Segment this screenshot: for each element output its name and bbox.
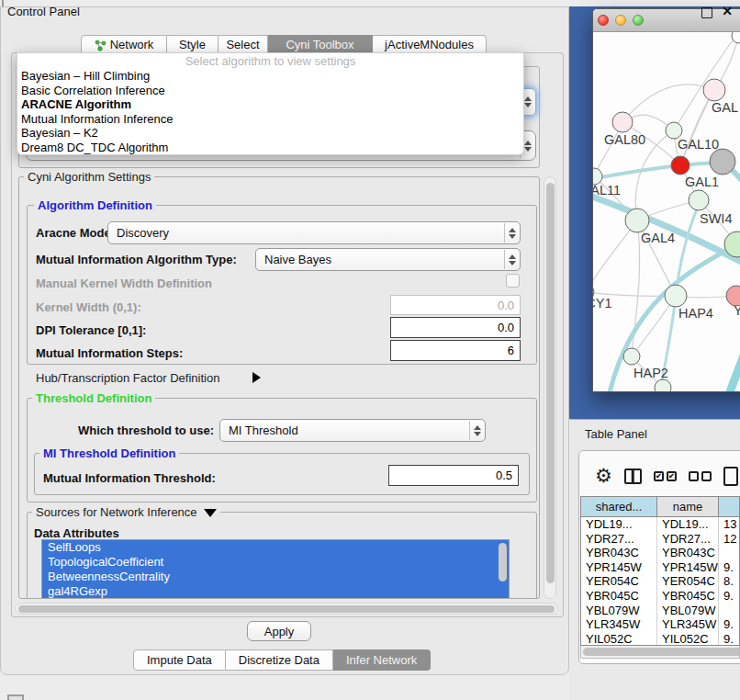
table-cell: YER054C — [581, 574, 657, 589]
close-traffic-light-icon[interactable] — [598, 15, 609, 26]
table-toolbar: ⚙ ✔ ✔ — [578, 457, 740, 494]
sources-title[interactable]: Sources for Network Inference — [32, 505, 220, 519]
apply-button[interactable]: Apply — [247, 621, 311, 641]
network-node-label: HAP2 — [633, 366, 668, 380]
table-row[interactable]: YER054CYER054C8. — [581, 574, 739, 589]
network-node[interactable] — [623, 348, 640, 365]
table-cell: YLR345W — [657, 617, 719, 632]
table-cell: YBL079W — [657, 604, 719, 618]
network-node[interactable] — [625, 209, 649, 232]
tab-infer-network[interactable]: Infer Network — [333, 649, 431, 671]
zoom-traffic-light-icon[interactable] — [633, 15, 644, 26]
network-node-label: HAP4 — [678, 306, 713, 321]
table-cell: 9. — [719, 589, 739, 604]
collapsed-panel-icon[interactable] — [7, 694, 24, 700]
mi-type-value: Naive Bayes — [264, 249, 331, 270]
manual-kernel-label: Manual Kernel Width Definition — [36, 277, 212, 290]
table-row[interactable]: YBR045CYBR045C9. — [581, 589, 739, 604]
network-node[interactable] — [710, 149, 735, 175]
table-cell: YPR145W — [657, 560, 719, 575]
network-node[interactable] — [671, 156, 690, 175]
dpi-tolerance-field[interactable]: 0.0 — [390, 317, 521, 338]
mi-threshold-field[interactable]: 0.5 — [388, 465, 519, 486]
kernel-width-field[interactable]: 0.0 — [390, 295, 521, 315]
network-edge — [674, 35, 736, 130]
network-window[interactable]: GALGAL80GAL10GAL1GAL11SWI4GAL4GCY1HAP4YH… — [592, 8, 740, 392]
network-node[interactable] — [655, 379, 671, 391]
dropdown-item[interactable]: Basic Correlation Inference — [17, 84, 523, 98]
data-attributes-list[interactable]: SelfLoopsTopologicalCoefficientBetweenne… — [41, 539, 510, 599]
table-cell: YIL052C — [657, 632, 719, 646]
scrollbar-thumb[interactable] — [546, 183, 555, 583]
float-window-icon[interactable] — [701, 7, 712, 18]
attribute-list-item[interactable]: SelfLoops — [42, 540, 509, 555]
aracne-mode-combo[interactable]: Discovery — [107, 221, 521, 244]
top-strip — [0, 0, 740, 6]
table-cell: YDR27... — [581, 532, 657, 547]
network-node-label: GCY1 — [593, 296, 612, 310]
dropdown-item-selected[interactable]: ARACNE Algorithm — [17, 97, 523, 112]
cyni-algorithm-settings-group: Algorithm Definition Aracne Mode: Discov… — [18, 176, 540, 599]
table-horizontal-scrollbar[interactable] — [580, 646, 740, 659]
unchecked-pair-icon[interactable] — [689, 471, 712, 481]
dropdown-item[interactable]: Bayesian – K2 — [17, 126, 523, 141]
column-header[interactable]: shared... — [581, 497, 657, 516]
settings-vertical-scrollbar[interactable] — [544, 176, 556, 599]
table-row[interactable]: YPR145WYPR145W9. — [581, 560, 739, 575]
network-node[interactable] — [612, 112, 633, 132]
dropdown-item[interactable]: Mutual Information Inference — [17, 112, 523, 127]
network-node[interactable] — [732, 32, 740, 43]
network-graph[interactable]: GALGAL80GAL10GAL1GAL11SWI4GAL4GCY1HAP4YH… — [593, 32, 740, 391]
scrollbar-thumb[interactable] — [18, 605, 555, 613]
top-tick-mark — [2, 0, 4, 6]
which-threshold-label: Which threshold to use: — [78, 423, 214, 437]
scrollbar-thumb[interactable] — [583, 648, 740, 656]
network-node[interactable] — [665, 285, 687, 307]
list-scrollbar-thumb[interactable] — [499, 543, 507, 581]
network-canvas[interactable]: GALGAL80GAL10GAL1GAL11SWI4GAL4GCY1HAP4YH… — [593, 32, 740, 391]
collapse-triangle-down-icon[interactable] — [204, 509, 217, 517]
network-node[interactable] — [703, 79, 725, 101]
network-node-label: Y — [734, 303, 740, 318]
network-window-titlebar[interactable] — [593, 9, 740, 32]
table-row[interactable]: YDL19...YDL19...13 — [581, 517, 739, 532]
expander-arrow-right-icon[interactable] — [252, 372, 261, 383]
dropdown-placeholder: Select algorithm to view settings — [17, 53, 523, 69]
tab-impute-data[interactable]: Impute Data — [133, 649, 226, 671]
combo-stepper-icon — [469, 421, 484, 440]
network-node-label: GAL10 — [678, 137, 719, 152]
gear-icon[interactable]: ⚙ — [595, 467, 612, 485]
checked-pair-icon[interactable]: ✔ ✔ — [654, 471, 677, 481]
which-threshold-combo[interactable]: MI Threshold — [219, 419, 486, 442]
table-cell: 9. — [719, 560, 739, 575]
tab-discretize-data[interactable]: Discretize Data — [226, 649, 333, 671]
table-row[interactable]: YIL052CYIL052C9. — [581, 632, 739, 646]
column-header[interactable]: name — [657, 497, 719, 516]
close-icon[interactable]: ✕ — [722, 4, 733, 18]
dropdown-item[interactable]: Bayesian – Hill Climbing — [17, 69, 523, 84]
table-row[interactable]: YBR043CYBR043C — [581, 546, 739, 560]
table-row[interactable]: YLR345WYLR345W9. — [581, 617, 739, 632]
mi-type-combo[interactable]: Naive Bayes — [255, 248, 521, 271]
node-table[interactable]: shared...name YDL19...YDL19...13YDR27...… — [580, 496, 740, 646]
hub-definition-expander[interactable]: Hub/Transcription Factor Definition — [36, 371, 219, 385]
network-node[interactable] — [689, 190, 709, 210]
network-node-label: SWI4 — [700, 211, 732, 226]
manual-kernel-checkbox[interactable] — [506, 274, 520, 288]
table-row[interactable]: YBL079WYBL079W — [581, 604, 739, 618]
column-header[interactable] — [719, 497, 739, 516]
table-cell — [719, 546, 739, 560]
attribute-list-item[interactable]: BetweennessCentrality — [42, 570, 509, 584]
minimize-traffic-light-icon[interactable] — [615, 15, 626, 26]
attribute-list-item[interactable]: gal4RGexp — [42, 584, 509, 599]
mi-steps-field[interactable]: 6 — [390, 340, 521, 361]
settings-horizontal-scrollbar[interactable] — [15, 603, 558, 615]
document-icon[interactable] — [723, 467, 738, 486]
table-row[interactable]: YDR27...YDR27...12 — [581, 532, 739, 547]
table-cell: YBR043C — [657, 546, 719, 560]
attribute-list-item[interactable]: TopologicalCoefficient — [42, 555, 509, 570]
screen: { "titlebar": {"title": "Control Panel",… — [0, 0, 740, 700]
sources-title-text: Sources for Network Inference — [36, 505, 197, 519]
column-layout-icon[interactable] — [624, 469, 642, 484]
dropdown-item[interactable]: Dream8 DC_TDC Algorithm — [17, 141, 523, 155]
